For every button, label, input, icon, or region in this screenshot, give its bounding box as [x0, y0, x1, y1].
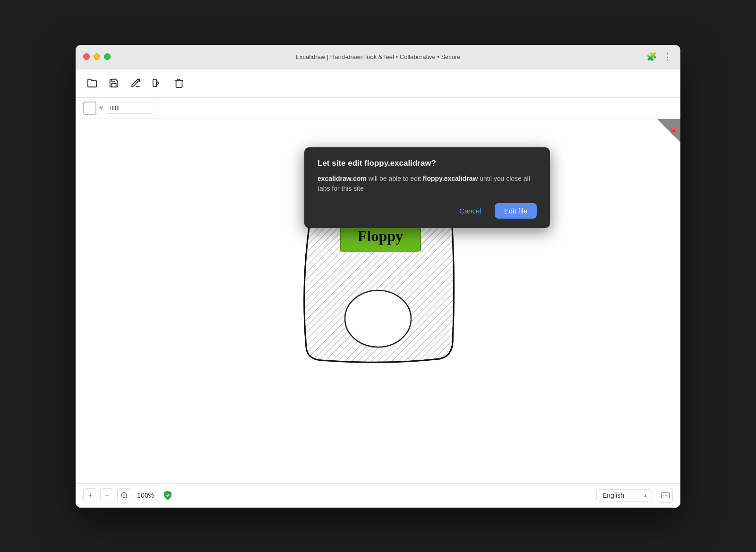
- shield-icon[interactable]: [161, 488, 175, 502]
- save-button[interactable]: [105, 74, 123, 92]
- title-bar: Excalidraw | Hand-drawn look & feel • Co…: [76, 45, 680, 69]
- title-bar-right: 🧩 ⋮: [646, 51, 673, 62]
- bottom-bar: + − 100% English: [76, 483, 680, 508]
- maximize-button[interactable]: [104, 53, 111, 60]
- export-button[interactable]: [127, 74, 145, 92]
- open-button[interactable]: [83, 74, 101, 92]
- toolbar: [76, 69, 680, 98]
- color-hash-symbol: #: [99, 104, 103, 112]
- keyboard-button[interactable]: [658, 488, 673, 503]
- menu-icon[interactable]: ⋮: [662, 51, 673, 62]
- traffic-lights: [83, 53, 111, 60]
- color-input[interactable]: [106, 102, 153, 114]
- window-title: Excalidraw | Hand-drawn look & feel • Co…: [295, 53, 460, 60]
- zoom-controls: + − 100%: [83, 488, 157, 502]
- mac-window: Excalidraw | Hand-drawn look & feel • Co…: [76, 45, 680, 508]
- bottom-bar-right: English ▲: [596, 488, 673, 503]
- share-button[interactable]: [148, 74, 166, 92]
- close-button[interactable]: [83, 53, 90, 60]
- canvas-area[interactable]: Floppy 📌 Let site edit floppy.excalidraw…: [76, 119, 680, 483]
- zoom-out-button[interactable]: −: [100, 488, 114, 502]
- dialog-site: excalidraw.com: [318, 175, 367, 182]
- zoom-level: 100%: [134, 492, 157, 499]
- dialog-body-middle: will be able to edit: [367, 175, 423, 182]
- cancel-button[interactable]: Cancel: [452, 203, 489, 219]
- color-area: #: [76, 98, 680, 119]
- svg-text:Floppy: Floppy: [358, 228, 403, 245]
- permission-dialog: Let site edit floppy.excalidraw? excalid…: [304, 147, 550, 228]
- language-label: English: [602, 492, 624, 499]
- dialog-buttons: Cancel Edit file: [318, 203, 537, 219]
- extensions-icon[interactable]: 🧩: [646, 51, 657, 62]
- minimize-button[interactable]: [94, 53, 100, 60]
- chevron-up-icon: ▲: [643, 493, 648, 498]
- delete-button[interactable]: [170, 74, 188, 92]
- color-swatch[interactable]: [83, 102, 96, 115]
- zoom-fit-button[interactable]: [117, 488, 131, 502]
- pin-overlay: 📌: [657, 119, 680, 143]
- dialog-filename: floppy.excalidraw: [423, 175, 478, 182]
- zoom-in-button[interactable]: +: [83, 488, 97, 502]
- dialog-title: Let site edit floppy.excalidraw?: [318, 159, 537, 168]
- dialog-body: excalidraw.com will be able to edit flop…: [318, 174, 537, 194]
- app-area: #: [76, 69, 680, 508]
- edit-file-button[interactable]: Edit file: [495, 203, 537, 219]
- language-selector[interactable]: English ▲: [596, 489, 653, 501]
- svg-point-2: [345, 290, 411, 347]
